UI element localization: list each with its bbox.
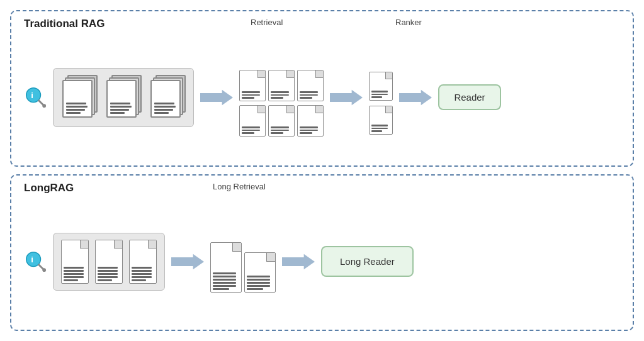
long-retrieval-label: Long Retrieval [213,182,266,191]
long-document-corpus [53,233,165,291]
query-icon: i [23,84,47,111]
arrow-3 [399,86,432,109]
document-corpus [53,68,194,127]
long-reader-label: Long Reader [340,256,395,267]
svg-text:i: i [31,90,33,99]
traditional-rag-flow: i [23,59,621,137]
retrieved-docs [239,70,324,137]
reader-box: Reader [438,84,501,110]
svg-text:i: i [31,254,33,264]
svg-marker-11 [171,254,204,269]
svg-marker-6 [399,89,432,104]
long-retrieved-2 [244,252,276,293]
arrow-1 [200,86,233,109]
long-rag-section: LongRAG Long Retrieval i [10,174,634,331]
ranker-docs [369,72,393,135]
long-doc-1 [61,240,89,284]
long-reader-box: Long Reader [321,246,414,277]
traditional-rag-section: Traditional RAG Retrieval Ranker i [10,10,634,167]
long-arrow-1 [171,250,204,273]
doc-stack-1 [62,75,96,120]
ranker-label: Ranker [395,18,422,27]
long-retrieved-1 [210,242,242,293]
svg-point-3 [42,104,46,108]
svg-point-10 [42,268,46,272]
doc-stack-3 [150,75,184,120]
long-retrieved-docs [210,242,276,293]
svg-marker-5 [330,89,363,104]
long-rag-title: LongRAG [24,182,74,194]
svg-marker-12 [282,254,315,269]
arrow-2 [330,86,363,109]
doc-stack-2 [106,75,140,120]
retrieval-label: Retrieval [251,18,283,27]
long-doc-3 [129,240,157,284]
reader-label: Reader [454,92,485,103]
long-arrow-2 [282,250,315,273]
long-query-icon: i [23,249,47,275]
long-doc-2 [95,240,123,284]
long-rag-flow: i [23,231,621,293]
traditional-rag-title: Traditional RAG [24,18,105,30]
svg-marker-4 [200,89,233,104]
